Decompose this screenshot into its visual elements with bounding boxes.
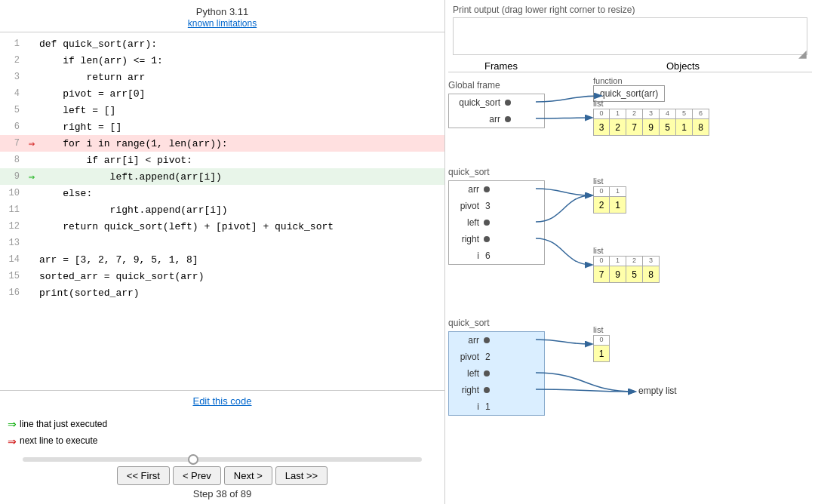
frames-section: Global framequick_sortarrquick_sortarrpi… — [445, 72, 548, 504]
code-line-6: 6 right = [] — [0, 118, 444, 135]
frame-dot — [484, 370, 490, 376]
frame-var-name: right — [452, 234, 484, 244]
cell-index: 6 — [693, 109, 709, 119]
line-code-5: left = [] — [39, 105, 444, 116]
cell-index: 0 — [593, 109, 610, 119]
line-code-16: print(sorted_arr) — [39, 287, 444, 299]
python-version: Python 3.11 — [0, 6, 444, 17]
known-limitations-link[interactable]: known limitations — [188, 18, 257, 29]
frame-var-name: quick_sort — [452, 97, 505, 108]
next-button[interactable]: Next > — [224, 466, 272, 485]
frame-dot — [505, 100, 511, 106]
code-area: 1def quick_sort(arr):2 if len(arr) <= 1:… — [0, 32, 444, 390]
code-line-5: 5 left = [] — [0, 102, 444, 118]
line-arrow-9: ⇒ — [24, 171, 39, 183]
frame-val: 3 — [484, 201, 491, 211]
slider-area[interactable] — [0, 454, 444, 463]
frame-var-name: arr — [452, 184, 484, 195]
code-line-15: 15sorted_arr = quick_sort(arr) — [0, 268, 444, 284]
resize-corner-icon[interactable]: ◢ — [798, 48, 807, 57]
cell-value: 5 — [626, 266, 643, 283]
cell-value: 7 — [626, 119, 643, 136]
first-button[interactable]: << First — [117, 466, 170, 485]
line-number-14: 14 — [0, 254, 24, 265]
line-number-12: 12 — [0, 221, 24, 232]
edit-code-link[interactable]: Edit this code — [192, 395, 251, 407]
line-number-7: 7 — [0, 138, 24, 149]
last-button[interactable]: Last >> — [275, 466, 328, 485]
objects-title: Objects — [666, 60, 700, 72]
frame-row: left — [449, 365, 544, 382]
slider-thumb[interactable] — [188, 454, 198, 465]
legend-green-text: line that just executed — [20, 417, 107, 432]
frame-row: pivot2 — [449, 349, 544, 365]
green-arrow-icon: ⇒ — [8, 416, 17, 432]
edit-link[interactable]: Edit this code — [0, 390, 444, 411]
cell-value: 8 — [693, 119, 709, 136]
frame-var-name: i — [452, 250, 484, 261]
legend-green: ⇒ line that just executed — [8, 416, 437, 432]
line-arrow-7: ⇒ — [24, 137, 39, 150]
global-frame-box: quick_sortarr — [448, 94, 545, 128]
frame-row: left — [449, 214, 544, 231]
cell-value: 3 — [593, 119, 610, 136]
line-number-6: 6 — [0, 121, 24, 132]
code-line-12: 12 return quick_sort(left) + [pivot] + q… — [0, 218, 444, 235]
list-object: list01 — [593, 325, 610, 362]
frames-header: Frames — [448, 60, 554, 72]
code-line-10: 10 else: — [0, 185, 444, 201]
frames-title: Frames — [484, 60, 518, 72]
frame-row: pivot3 — [449, 198, 544, 214]
cell-value: 1 — [610, 197, 626, 214]
frame-var-name: arr — [452, 335, 484, 346]
frame-dot — [484, 236, 490, 242]
function-label: function — [593, 76, 665, 85]
line-code-2: if len(arr) <= 1: — [39, 55, 444, 66]
frame-row: i6 — [449, 247, 544, 264]
line-code-7: for i in range(1, len(arr)): — [39, 138, 444, 149]
frame-var-name: right — [452, 385, 484, 395]
frame-row: arr — [449, 332, 544, 349]
nav-buttons: << First < Prev Next > Last >> — [0, 463, 444, 487]
legend-red-text: next line to execute — [20, 434, 97, 448]
line-code-8: if arr[i] < pivot: — [39, 155, 444, 166]
cell-value: 2 — [610, 119, 626, 136]
frame-dot — [484, 220, 490, 226]
code-line-2: 2 if len(arr) <= 1: — [0, 52, 444, 69]
print-output-box[interactable] — [453, 17, 807, 55]
code-line-16: 16print(sorted_arr) — [0, 284, 444, 301]
line-number-13: 13 — [0, 238, 24, 248]
list-object: list01234563279518 — [593, 99, 709, 136]
line-code-1: def quick_sort(arr): — [39, 38, 444, 50]
line-code-9: left.append(arr[i]) — [39, 171, 444, 183]
frame-val: 2 — [484, 352, 491, 362]
cell-value: 9 — [643, 119, 660, 136]
prev-button[interactable]: < Prev — [173, 466, 221, 485]
cell-index: 3 — [643, 109, 660, 119]
slider-track[interactable] — [23, 457, 422, 462]
frame-val: 1 — [484, 401, 491, 412]
frames-objects-headers: Frames Objects — [448, 60, 812, 72]
list-label: list — [593, 325, 610, 334]
cell-value: 1 — [676, 119, 693, 136]
cell-value: 5 — [660, 119, 676, 136]
frame-var-name: i — [452, 401, 484, 412]
line-number-4: 4 — [0, 88, 24, 99]
left-panel: Python 3.11 known limitations 1def quick… — [0, 0, 445, 504]
frame-var-name: pivot — [452, 201, 484, 211]
cell-index: 1 — [610, 109, 626, 119]
code-line-4: 4 pivot = arr[0] — [0, 85, 444, 102]
list-object: list0121 — [593, 177, 626, 214]
frame-row: arr — [449, 111, 544, 128]
frame-var-name: pivot — [452, 352, 484, 362]
frame-var-name: arr — [452, 114, 505, 124]
code-line-14: 14arr = [3, 2, 7, 9, 5, 1, 8] — [0, 251, 444, 268]
cell-value: 7 — [593, 266, 610, 283]
cell-index: 4 — [660, 109, 676, 119]
line-code-6: right = [] — [39, 121, 444, 133]
cell-index: 0 — [593, 256, 610, 266]
cell-index: 0 — [593, 335, 610, 346]
line-number-5: 5 — [0, 105, 24, 115]
python-header: Python 3.11 known limitations — [0, 0, 444, 32]
frame-row: arr — [449, 181, 544, 198]
